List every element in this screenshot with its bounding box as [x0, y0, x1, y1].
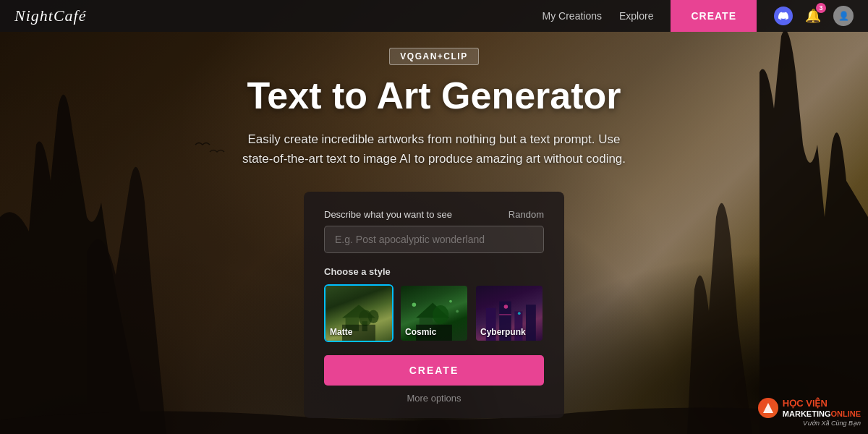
svg-point-8 [433, 305, 448, 324]
model-badge: VQGAN+CLIP [389, 48, 478, 65]
navbar: NightCafé My Creations Explore CREATE 🔔 … [0, 0, 868, 32]
watermark-line1: HỌC VIỆN [783, 398, 861, 409]
prompt-input[interactable] [324, 226, 544, 253]
style-cosmic[interactable]: Cosmic [399, 284, 469, 342]
svg-rect-16 [526, 305, 536, 341]
random-button[interactable]: Random [509, 209, 544, 220]
nav-right: My Creations Explore CREATE 🔔 3 👤 [542, 0, 854, 32]
nav-create-button[interactable]: CREATE [671, 0, 757, 32]
prompt-label-row: Describe what you want to see Random [324, 209, 544, 220]
my-creations-link[interactable]: My Creations [542, 10, 602, 22]
style-grid: Matte Cosmic [324, 284, 544, 342]
create-button[interactable]: CREATE [324, 355, 544, 386]
svg-point-4 [368, 310, 379, 323]
svg-point-18 [504, 305, 509, 309]
prompt-label: Describe what you want to see [324, 209, 452, 220]
hero-subtitle: Easily create incredible artworks from n… [231, 129, 637, 169]
watermark-icon [758, 398, 778, 418]
notification-badge: 3 [816, 3, 826, 13]
more-options-link[interactable]: More options [324, 393, 544, 404]
style-cyberpunk-label: Cyberpunk [480, 327, 526, 337]
watermark-line2: MARKETINGONLINE [783, 409, 861, 418]
svg-point-11 [456, 310, 459, 313]
svg-marker-20 [763, 403, 773, 413]
watermark-logo: HỌC VIỆN MARKETINGONLINE [758, 398, 861, 418]
discord-icon[interactable] [774, 7, 793, 25]
watermark: HỌC VIỆN MARKETINGONLINE Vườn Xã Cùng Bạ… [758, 398, 861, 427]
svg-point-19 [518, 312, 521, 315]
svg-point-10 [449, 300, 452, 303]
explore-link[interactable]: Explore [619, 10, 653, 22]
style-cyberpunk[interactable]: Cyberpunk [475, 284, 544, 342]
style-cosmic-label: Cosmic [405, 327, 436, 337]
watermark-line3: Vườn Xã Cùng Bạn [803, 420, 861, 427]
hero-title: Text to Art Generator [247, 75, 621, 116]
user-avatar[interactable]: 👤 [833, 6, 854, 26]
nav-icons: 🔔 3 👤 [774, 6, 854, 26]
style-matte[interactable]: Matte [324, 284, 393, 342]
form-panel: Describe what you want to see Random Cho… [304, 192, 564, 418]
style-matte-label: Matte [330, 327, 352, 337]
style-label: Choose a style [324, 266, 544, 277]
logo: NightCafé [14, 7, 86, 25]
main-content: VQGAN+CLIP Text to Art Generator Easily … [0, 0, 868, 434]
svg-point-9 [412, 303, 417, 307]
notification-icon[interactable]: 🔔 3 [803, 6, 823, 26]
